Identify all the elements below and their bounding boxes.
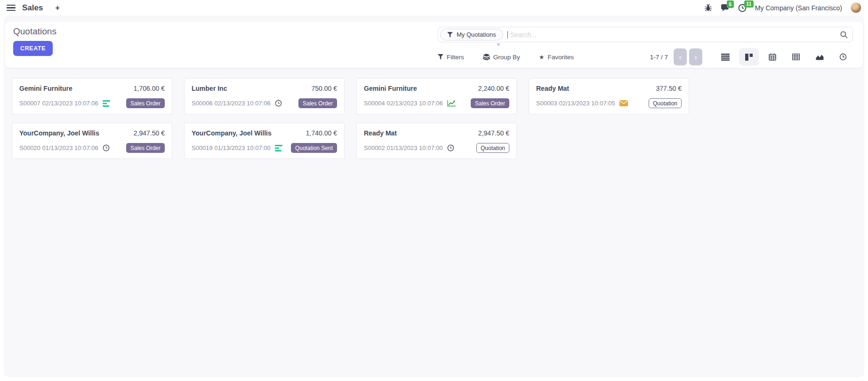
view-switch-pivot[interactable] xyxy=(786,48,806,66)
envelope-icon xyxy=(619,100,628,106)
customer-name: Gemini Furniture xyxy=(364,85,417,92)
pager: 1-7 / 7 ‹ › xyxy=(650,48,702,65)
view-switch-kanban[interactable] xyxy=(739,48,759,66)
status-badge: Sales Order xyxy=(298,98,337,108)
order-reference: S00004 02/13/2023 10:07:06 xyxy=(364,100,443,107)
control-panel: Quotations CREATE My Quotations × xyxy=(5,22,863,68)
activity-view-icon xyxy=(839,53,847,61)
user-avatar[interactable] xyxy=(851,2,861,13)
quotation-card[interactable]: Lumber Inc 750.00 € S00006 02/13/2023 10… xyxy=(184,78,345,114)
graph-view-icon xyxy=(816,54,824,60)
status-badge: Quotation Sent xyxy=(291,143,337,153)
create-button[interactable]: CREATE xyxy=(13,41,53,56)
view-switch-list[interactable] xyxy=(715,48,735,66)
quotation-card[interactable]: YourCompany, Joel Willis 2,947.50 € S000… xyxy=(12,123,172,159)
search-options-toolbar: Filters Group By ★ Favorites xyxy=(438,48,853,66)
status-badge: Quotation xyxy=(649,98,682,108)
quotation-card[interactable]: Ready Mat 377.50 € S00003 02/13/2023 10:… xyxy=(529,78,689,114)
search-bar[interactable]: My Quotations × xyxy=(438,27,853,42)
list-view-icon xyxy=(721,54,730,61)
group-by-button[interactable]: Group By xyxy=(483,54,520,61)
order-reference: S00020 01/13/2023 10:07:06 xyxy=(19,144,98,151)
customer-name: YourCompany, Joel Willis xyxy=(19,129,99,137)
kanban-cards: Gemini Furniture 1,706.00 € S00007 02/13… xyxy=(12,78,860,159)
status-badge: Quotation xyxy=(476,143,509,153)
status-badge: Sales Order xyxy=(126,143,165,153)
status-badge: Sales Order xyxy=(471,98,509,108)
group-by-label: Group By xyxy=(493,54,520,61)
customer-name: Ready Mat xyxy=(536,85,569,92)
quotation-card[interactable]: Gemini Furniture 1,706.00 € S00007 02/13… xyxy=(12,78,172,114)
odoo-app: Sales + 5 xyxy=(0,0,868,381)
amount-total: 2,947.50 € xyxy=(134,129,165,137)
action-sheet: Quotations CREATE My Quotations × xyxy=(4,16,864,377)
facet-label: My Quotations xyxy=(457,31,496,38)
text-caret xyxy=(507,31,508,39)
systray: 5 11 My Company (San Francisco) xyxy=(704,2,861,13)
clock-icon xyxy=(447,144,454,151)
activities-count-badge: 11 xyxy=(744,0,754,8)
activity-icon[interactable] xyxy=(447,100,456,107)
view-switcher xyxy=(715,48,853,66)
amount-total: 1,706.00 € xyxy=(134,85,165,92)
pager-value: 1-7 / 7 xyxy=(650,54,668,61)
activity-icon[interactable] xyxy=(275,100,282,107)
filters-label: Filters xyxy=(447,54,464,61)
order-reference: S00006 02/13/2023 10:07:06 xyxy=(192,100,271,107)
quotation-card[interactable]: YourCompany, Joel Willis 1,740.00 € S000… xyxy=(184,123,345,159)
customer-name: YourCompany, Joel Willis xyxy=(192,129,272,137)
activity-icon[interactable] xyxy=(447,144,454,151)
search-input[interactable] xyxy=(510,31,840,39)
star-icon: ★ xyxy=(539,54,545,60)
tasks-icon xyxy=(103,100,110,107)
activity-icon[interactable] xyxy=(275,145,282,151)
amount-total: 377.50 € xyxy=(656,85,682,92)
clock-icon xyxy=(103,144,110,151)
customer-name: Gemini Furniture xyxy=(19,85,72,92)
status-badge: Sales Order xyxy=(126,98,165,108)
filters-button[interactable]: Filters xyxy=(438,54,464,61)
activity-icon[interactable] xyxy=(103,144,110,151)
customer-name: Ready Mat xyxy=(364,129,397,137)
messages-count-badge: 5 xyxy=(727,0,734,8)
order-reference: S00007 02/13/2023 10:07:06 xyxy=(19,100,98,107)
search-facet-my-quotations[interactable]: My Quotations xyxy=(440,29,503,40)
tasks-icon xyxy=(275,145,282,151)
apps-menu-icon[interactable] xyxy=(7,5,16,11)
debug-bug-icon[interactable] xyxy=(704,4,712,12)
quotation-card[interactable]: Ready Mat 2,947.50 € S00002 01/13/2023 1… xyxy=(356,123,517,159)
customer-name: Lumber Inc xyxy=(192,85,227,92)
order-reference: S00003 02/13/2023 10:07:05 xyxy=(536,100,615,107)
favorites-button[interactable]: ★ Favorites xyxy=(539,54,574,61)
amount-total: 2,240.00 € xyxy=(478,85,509,92)
pivot-view-icon xyxy=(792,54,800,60)
filter-funnel-icon xyxy=(447,32,453,38)
app-name[interactable]: Sales xyxy=(22,3,43,13)
chart-up-icon xyxy=(447,100,456,107)
company-switcher[interactable]: My Company (San Francisco) xyxy=(755,4,842,12)
view-switch-graph[interactable] xyxy=(810,48,829,66)
kanban-view-icon xyxy=(745,54,753,61)
pager-previous-button[interactable]: ‹ xyxy=(674,48,687,65)
calendar-view-icon xyxy=(769,53,776,61)
clock-icon xyxy=(275,100,282,107)
filter-funnel-icon xyxy=(438,54,443,60)
quotation-card[interactable]: Gemini Furniture 2,240.00 € S00004 02/13… xyxy=(356,78,517,114)
search-icon[interactable] xyxy=(840,31,848,39)
messages-icon[interactable]: 5 xyxy=(721,4,730,12)
order-reference: S00019 01/13/2023 10:07:00 xyxy=(192,144,271,151)
view-switch-activity[interactable] xyxy=(833,48,853,66)
order-reference: S00002 01/13/2023 10:07:00 xyxy=(364,144,443,151)
plus-icon[interactable]: + xyxy=(55,4,59,12)
facet-remove-icon[interactable]: × xyxy=(497,41,500,48)
page-title: Quotations xyxy=(13,26,56,37)
activities-clock-icon[interactable]: 11 xyxy=(738,4,747,12)
top-navbar: Sales + 5 xyxy=(0,0,868,16)
amount-total: 1,740.00 € xyxy=(306,129,337,137)
pager-next-button[interactable]: › xyxy=(689,48,702,65)
activity-icon[interactable] xyxy=(619,100,628,106)
activity-icon[interactable] xyxy=(103,100,110,107)
amount-total: 2,947.50 € xyxy=(478,129,509,137)
layers-icon xyxy=(483,54,490,60)
view-switch-calendar[interactable] xyxy=(763,48,782,66)
